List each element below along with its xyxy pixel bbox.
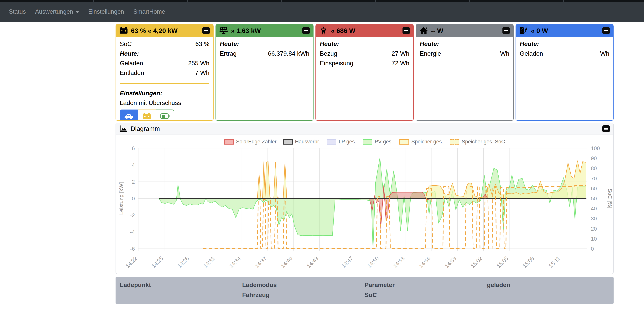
- col-geladen: geladen: [487, 280, 610, 290]
- svg-text:100: 100: [591, 145, 600, 151]
- card-ladepunkte-body: Heute: Geladen-- Wh: [516, 37, 613, 120]
- legend-item-2[interactable]: LP ges.: [326, 139, 356, 145]
- chevron-down-icon: [76, 11, 79, 13]
- geladen-value: 255 Wh: [188, 58, 209, 68]
- svg-text:14:50: 14:50: [366, 255, 380, 269]
- svg-text:14:34: 14:34: [228, 255, 242, 269]
- transmission-tower-icon: [319, 27, 328, 34]
- mode-car-battery-button[interactable]: [138, 109, 156, 121]
- soc-value: 63 %: [195, 39, 209, 49]
- svg-text:15:02: 15:02: [470, 255, 484, 269]
- col-fahrzeug: Fahrzeug: [242, 290, 365, 300]
- car-battery-icon: [120, 27, 128, 34]
- card-pv-title: » 1,63 kW: [231, 27, 261, 34]
- card-speicher-header: 63 % « 4,20 kW: [116, 24, 213, 37]
- chart-axis-labels: 6420-2-4-6100908070605040302010014:2214:…: [124, 145, 600, 269]
- svg-text:6: 6: [132, 145, 135, 151]
- main-navbar: Status Auswertungen Einstellungen SmartH…: [0, 2, 644, 22]
- chart-area-icon: [120, 125, 128, 132]
- legend-swatch: [224, 139, 234, 145]
- svg-text:14:56: 14:56: [418, 255, 432, 269]
- bezug-value: 27 Wh: [392, 49, 409, 58]
- lademodus-text: Laden mit Überschuss: [120, 98, 209, 108]
- card-pv: » 1,63 kW Heute: Ertrag66.379,84 kWh: [216, 24, 314, 121]
- card-netz-header: « 686 W: [316, 24, 413, 37]
- svg-text:60: 60: [591, 186, 597, 192]
- collapse-ladepunkte-button[interactable]: [602, 27, 610, 34]
- einstellungen-label: Einstellungen:: [120, 88, 209, 98]
- legend-swatch: [326, 139, 336, 145]
- lp-geladen-label: Geladen: [520, 49, 543, 58]
- card-ladepunkte-header: « 0 W: [516, 24, 613, 37]
- lp-geladen-value: -- Wh: [594, 49, 609, 58]
- card-netz: « 686 W Heute: Bezug27 Wh Einspeisung72 …: [316, 24, 414, 121]
- charging-station-icon: [520, 27, 528, 34]
- svg-text:0: 0: [132, 196, 135, 202]
- svg-text:15:11: 15:11: [548, 255, 561, 269]
- home-icon: [420, 27, 428, 34]
- legend-swatch: [450, 139, 459, 145]
- nav-item-smarthome[interactable]: SmartHome: [129, 8, 170, 15]
- col-empty-2: [487, 290, 610, 300]
- svg-text:10: 10: [591, 236, 597, 242]
- svg-text:14:28: 14:28: [176, 255, 190, 269]
- card-ladepunkte-title: « 0 W: [531, 27, 548, 34]
- svg-text:14:22: 14:22: [124, 255, 138, 269]
- svg-text:20: 20: [591, 226, 597, 232]
- legend-item-4[interactable]: Speicher ges.: [400, 139, 443, 145]
- energie-label: Energie: [420, 49, 441, 58]
- card-ladepunkte: « 0 W Heute: Geladen-- Wh: [516, 24, 614, 121]
- card-speicher-body: SoC63 % Heute: Geladen255 Wh Entladen7 W…: [116, 37, 213, 121]
- nav-item-status[interactable]: Status: [9, 8, 30, 15]
- svg-text:80: 80: [591, 165, 597, 171]
- nav-item-einstellungen[interactable]: Einstellungen: [84, 8, 129, 15]
- nav-auswertungen-label: Auswertungen: [35, 8, 73, 15]
- collapse-hausverbrauch-button[interactable]: [502, 27, 510, 34]
- power-soc-chart: 6420-2-4-6100908070605040302010014:2214:…: [116, 145, 613, 273]
- svg-text:14:53: 14:53: [392, 255, 406, 269]
- legend-swatch: [400, 139, 409, 145]
- ertrag-value: 66.379,84 kWh: [268, 49, 309, 58]
- legend-item-5[interactable]: Speicher ges. SoC: [450, 139, 505, 145]
- legend-item-0[interactable]: SolarEdge Zähler: [224, 139, 276, 145]
- svg-text:14:43: 14:43: [306, 255, 320, 269]
- svg-text:15:05: 15:05: [496, 255, 510, 269]
- svg-text:-2: -2: [130, 212, 135, 218]
- col-parameter: Parameter: [364, 280, 487, 290]
- solar-panel-icon: [219, 27, 228, 34]
- card-hausverbrauch: -- W Heute: Energie-- Wh: [416, 24, 514, 121]
- svg-text:-6: -6: [130, 246, 135, 252]
- svg-text:4: 4: [132, 162, 135, 168]
- nav-einstellungen-label: Einstellungen: [88, 8, 124, 15]
- chart-legend: SolarEdge ZählerHausverbr.LP ges.PV ges.…: [116, 139, 613, 145]
- nav-item-auswertungen[interactable]: Auswertungen: [30, 8, 84, 15]
- mode-car-button[interactable]: [120, 109, 138, 121]
- card-speicher-title: 63 % « 4,20 kW: [131, 27, 178, 34]
- svg-text:14:47: 14:47: [340, 255, 354, 269]
- collapse-pv-button[interactable]: [302, 27, 310, 34]
- browser-edge-strip: [0, 0, 644, 2]
- card-hausverbrauch-header: -- W: [416, 24, 513, 37]
- collapse-speicher-button[interactable]: [202, 27, 210, 34]
- ladepunkt-table-header: Ladepunkt Lademodus Parameter geladen Fa…: [116, 277, 614, 304]
- legend-label: SolarEdge Zähler: [236, 139, 276, 145]
- svg-text:0: 0: [591, 246, 594, 252]
- svg-text:14:59: 14:59: [444, 255, 458, 269]
- legend-item-3[interactable]: PV ges.: [363, 139, 393, 145]
- card-netz-title: « 686 W: [331, 27, 355, 34]
- collapse-diagramm-button[interactable]: [602, 125, 610, 132]
- energie-value: -- Wh: [494, 49, 510, 58]
- heute-label: Heute:: [520, 39, 609, 49]
- card-hausverbrauch-body: Heute: Energie-- Wh: [416, 37, 513, 120]
- soc-label: SoC: [120, 39, 132, 49]
- battery-half-icon: [160, 112, 170, 120]
- svg-text:15:08: 15:08: [522, 255, 535, 269]
- entladen-label: Entladen: [120, 68, 144, 78]
- heute-label: Heute:: [220, 39, 309, 49]
- diagramm-panel-body: SolarEdge ZählerHausverbr.LP ges.PV ges.…: [116, 135, 613, 274]
- collapse-netz-button[interactable]: [402, 27, 410, 34]
- legend-swatch: [363, 139, 372, 145]
- mode-battery-soc-button[interactable]: [156, 109, 174, 121]
- legend-item-1[interactable]: Hausverbr.: [283, 139, 320, 145]
- main-content: 63 % « 4,20 kW SoC63 % Heute: Geladen255…: [116, 24, 614, 304]
